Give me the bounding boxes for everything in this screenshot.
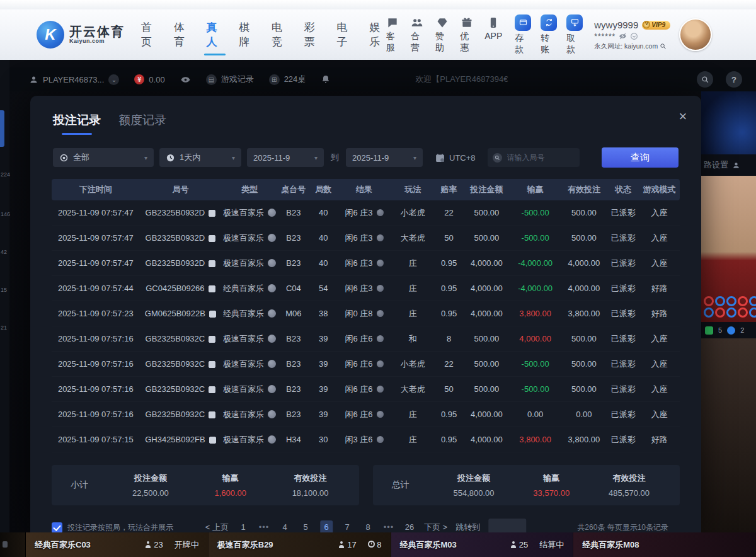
player-account[interactable]: PLAYER46873... ⌄ — [29, 74, 119, 85]
game-type-icon — [268, 309, 276, 318]
site-logo[interactable]: K 开云体育 Kaiyun.com — [37, 21, 125, 49]
phone-icon — [487, 16, 500, 29]
promo-button[interactable]: 优惠 — [460, 16, 473, 54]
cell-play: 大老虎 — [391, 233, 435, 244]
copy-icon[interactable] — [209, 311, 216, 318]
lobby-table-tile[interactable]: 极速百家乐B2917 8 — [209, 532, 391, 557]
customer-service-button[interactable]: 客服 — [386, 16, 399, 54]
round-search-input[interactable] — [506, 152, 575, 163]
app-button[interactable]: APP — [484, 16, 502, 54]
quick-label: 优惠 — [460, 31, 473, 54]
records-table: 下注时间局号类型桌台号局数结果玩法赔率投注金额输赢有效投注状态游戏模式 2025… — [52, 179, 680, 452]
game-record-button[interactable]: ▤ 游戏记录 — [206, 74, 254, 85]
table-count-label: 224 — [1, 171, 10, 178]
withdraw-button[interactable]: 取款 — [566, 14, 583, 55]
dealer-video-thumbnail-2[interactable] — [701, 338, 756, 532]
column-header: 投注金额 — [463, 184, 510, 195]
cell-status: 已派彩 — [607, 207, 639, 219]
magnifier-icon[interactable] — [660, 43, 667, 50]
date-to-picker[interactable]: 2025-11-9 — [346, 148, 423, 167]
avatar[interactable] — [679, 18, 712, 51]
eye-off-icon[interactable] — [619, 32, 627, 40]
game-type-icon — [268, 234, 276, 242]
date-from-picker[interactable]: 2025-11-9 — [247, 148, 324, 167]
copy-icon[interactable] — [209, 361, 215, 368]
cell-rounds: 40 — [309, 258, 338, 268]
next-page-button[interactable]: 下页 > — [424, 522, 447, 533]
search-circle-button[interactable] — [697, 71, 713, 88]
permanent-url: 永久网址: kaiyun.com — [594, 42, 658, 50]
cell-winloss: -4,000.00 — [510, 283, 561, 293]
copy-icon[interactable] — [209, 437, 216, 444]
table-row: 2025-11-09 07:57:16GB2325B0932C极速百家乐B233… — [52, 352, 680, 377]
copy-icon[interactable] — [209, 210, 215, 217]
road-settings[interactable]: 路设置 — [701, 154, 756, 176]
copy-icon[interactable] — [209, 336, 215, 343]
bell-icon[interactable] — [321, 74, 331, 84]
cell-status: 已派彩 — [607, 308, 639, 319]
nav-item-电子[interactable]: 电子 — [336, 18, 353, 52]
cell-valid: 500.00 — [561, 333, 608, 343]
help-circle-button[interactable]: ? — [726, 71, 742, 88]
round-search[interactable] — [488, 148, 580, 167]
wallet-actions: 存款 转账 取款 — [515, 14, 583, 55]
total-bet-value: 554,800.00 — [454, 488, 495, 498]
timezone-value: UTC+8 — [449, 153, 476, 163]
partner-button[interactable]: 合营 — [411, 16, 424, 54]
cell-rounds: 39 — [309, 409, 338, 419]
copy-icon[interactable] — [209, 411, 215, 418]
range-select[interactable]: 1天内 — [159, 148, 241, 167]
nav-item-彩票[interactable]: 彩票 — [304, 18, 321, 52]
copy-icon[interactable] — [209, 285, 215, 292]
nav-item-棋牌[interactable]: 棋牌 — [239, 18, 256, 52]
cell-result: 闲6 庄3 — [338, 258, 391, 269]
deposit-button[interactable]: 存款 — [515, 14, 531, 55]
cell-status: 已派彩 — [607, 283, 639, 294]
subtotal-winloss-label: 输赢 — [214, 473, 246, 484]
dealer-video-thumbnail[interactable] — [701, 176, 756, 322]
prev-page-button[interactable]: < 上页 — [205, 522, 229, 533]
category-select[interactable]: 全部 — [53, 148, 154, 167]
transfer-button[interactable]: 转账 — [541, 14, 557, 55]
sponsor-button[interactable]: 赞助 — [435, 16, 449, 54]
category-icon — [59, 153, 69, 163]
lobby-toolbar: PLAYER46873... ⌄ ¥ 0.00 ▤ 游戏记录 ⊞ 224桌 欢迎… — [0, 67, 756, 91]
query-button[interactable]: 查询 — [602, 147, 679, 168]
close-icon[interactable]: × — [675, 108, 691, 125]
jump-label: 跳转到 — [455, 522, 480, 533]
lobby-table-tile[interactable]: 经典百家乐C0323开牌中 — [26, 532, 209, 557]
chevron-down-icon[interactable]: ⌄ — [108, 74, 119, 85]
copy-icon[interactable] — [209, 260, 215, 267]
person-icon — [145, 541, 151, 548]
road-ring-red — [738, 307, 748, 318]
tab-betting-records[interactable]: 投注记录 — [53, 112, 101, 135]
nav-item-真人[interactable]: 真人 — [206, 18, 223, 52]
balance-display[interactable]: ¥ 0.00 — [134, 74, 164, 84]
nav-item-娱乐[interactable]: 娱乐 — [369, 18, 386, 52]
cell-valid: 500.00 — [561, 359, 608, 369]
diamond-icon — [436, 16, 449, 29]
cell-status: 已派彩 — [607, 409, 639, 420]
lobby-table-tile[interactable]: 经典百家乐M08 — [573, 532, 756, 557]
result-info-icon — [377, 436, 384, 443]
lobby-background: PLAYER46873... ⌄ ¥ 0.00 ▤ 游戏记录 ⊞ 224桌 欢迎… — [0, 60, 756, 557]
top-navbar: K 开云体育 Kaiyun.com 首页体育真人棋牌电竞彩票电子娱乐 客服 合营… — [0, 9, 756, 60]
cell-type: 极速百家乐 — [221, 207, 278, 219]
nav-item-电竞[interactable]: 电竞 — [272, 18, 289, 52]
merge-display-checkbox[interactable] — [52, 522, 62, 533]
cell-status: 已派彩 — [607, 233, 639, 244]
eye-icon[interactable] — [180, 74, 191, 85]
right-background-panel: 路设置 5 2 — [701, 91, 756, 532]
copy-icon[interactable] — [209, 235, 215, 242]
logo-icon: K — [37, 21, 64, 49]
subtotal-label: 小计 — [71, 479, 121, 491]
chevron-circle-icon[interactable] — [630, 32, 638, 40]
tab-quota-records[interactable]: 额度记录 — [118, 112, 166, 135]
cell-mode: 入座 — [639, 359, 680, 370]
nav-item-首页[interactable]: 首页 — [141, 18, 158, 52]
copy-icon[interactable] — [209, 386, 215, 393]
nav-item-体育[interactable]: 体育 — [174, 18, 191, 52]
cell-valid: 500.00 — [561, 384, 608, 394]
tables-count-button[interactable]: ⊞ 224桌 — [269, 74, 306, 85]
lobby-table-tile[interactable]: 经典百家乐M0325结算中 — [391, 532, 574, 557]
